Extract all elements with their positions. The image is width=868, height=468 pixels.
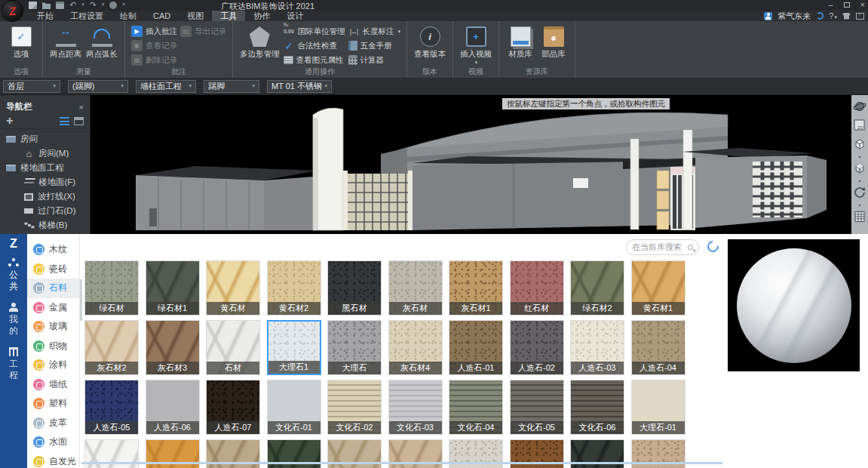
- tab-start[interactable]: 开始: [29, 11, 62, 21]
- delete-record-button[interactable]: 删除记录: [131, 54, 177, 66]
- category-涂料[interactable]: 涂料: [27, 356, 79, 375]
- tree-item-stairs[interactable]: 楼梯(B): [0, 218, 90, 232]
- rotate-view-caret-icon[interactable]: ▾: [858, 202, 860, 208]
- search-input[interactable]: 在当前库搜索: [626, 239, 699, 255]
- sync-icon[interactable]: [816, 12, 824, 20]
- length-dimension-button[interactable]: 长度标注▾: [348, 25, 401, 38]
- category-玻璃[interactable]: 玻璃: [27, 317, 79, 337]
- refresh-icon[interactable]: [705, 239, 721, 254]
- library-tab-project[interactable]: 工程: [5, 347, 22, 381]
- hardware-manual-button[interactable]: 五金手册: [348, 39, 401, 52]
- material-tile-黄石材2[interactable]: 黄石材2: [267, 260, 321, 316]
- grid-scrollbar-track[interactable]: [81, 462, 722, 464]
- tree-item-border-line[interactable]: 波打线(X): [0, 189, 90, 204]
- navigator-add-icon[interactable]: ✚: [6, 116, 13, 126]
- tab-tools[interactable]: 工具: [212, 11, 245, 21]
- view-element-props-button[interactable]: 查看图元属性: [284, 54, 345, 66]
- orbit-button[interactable]: [853, 100, 866, 116]
- tree-item-room[interactable]: 房间(M): [0, 146, 90, 161]
- category-scrollbar[interactable]: [80, 279, 82, 321]
- undo-caret-icon[interactable]: ▾: [81, 2, 84, 9]
- category-石料[interactable]: 石料: [27, 279, 79, 298]
- display-mode-caret-icon[interactable]: ▾: [858, 178, 860, 183]
- board-view-icon[interactable]: [74, 117, 84, 125]
- category-木纹[interactable]: 木纹: [27, 240, 79, 260]
- floor-select[interactable]: 首层▾: [3, 80, 60, 93]
- material-tile-人造石-07[interactable]: 人造石-07: [206, 380, 260, 435]
- insert-video-caret-icon[interactable]: ▾: [475, 60, 478, 66]
- material-tile-文化石-03[interactable]: 文化石-03: [388, 380, 443, 435]
- material-tile-人造石-03[interactable]: 人造石-03: [570, 320, 624, 375]
- category-自发光[interactable]: 自发光: [27, 452, 79, 468]
- calculator-button[interactable]: 计算器: [348, 54, 401, 66]
- tab-collaborate[interactable]: 协作: [245, 11, 278, 21]
- new-file-icon[interactable]: [29, 2, 37, 9]
- navigator-close-icon[interactable]: ×: [79, 103, 84, 112]
- export-record-button[interactable]: 导出记录: [180, 25, 226, 38]
- view-version-button[interactable]: 查看版本: [412, 24, 448, 60]
- legality-check-button[interactable]: 合法性检查: [284, 39, 345, 52]
- quickbar-more-icon[interactable]: ▾: [122, 2, 125, 9]
- material-tile-黑石材[interactable]: 黑石材: [327, 260, 382, 316]
- save-icon[interactable]: [56, 2, 64, 9]
- material-tile-灰石材[interactable]: 灰石材: [388, 260, 443, 316]
- tree-item-door-stone[interactable]: 过门石(D): [0, 204, 90, 218]
- material-tile-红石材[interactable]: 红石材: [510, 260, 564, 316]
- polygon-manage-button[interactable]: 多边形管理: [238, 24, 282, 60]
- tab-view[interactable]: 视图: [179, 11, 212, 21]
- view-cube-button[interactable]: ▾: [853, 137, 866, 159]
- material-tile-文化石-05[interactable]: 文化石-05: [510, 380, 564, 435]
- material-tile-人造石-01[interactable]: 人造石-01: [449, 320, 503, 375]
- intl-unit-manage-button[interactable]: 国际单位管理: [284, 25, 345, 38]
- material-tile-灰石材2[interactable]: 灰石材2: [84, 320, 139, 375]
- material-tile-文化石-06[interactable]: 文化石-06: [570, 380, 624, 435]
- insert-annotation-button[interactable]: 插入批注: [131, 25, 177, 38]
- material-tile-大理石[interactable]: 大理石: [327, 320, 382, 375]
- rotate-view-button[interactable]: ▾: [853, 186, 866, 208]
- profile-icon[interactable]: [109, 2, 117, 9]
- material-tile-绿石材1[interactable]: 绿石材1: [146, 260, 200, 316]
- library-tab-mine[interactable]: 我的: [5, 303, 22, 337]
- library-tab-public[interactable]: 公共: [5, 258, 22, 292]
- theme-skin-icon[interactable]: [842, 13, 851, 20]
- tree-section[interactable]: 房间: [0, 132, 90, 146]
- tab-design[interactable]: 设计: [278, 11, 311, 21]
- material-tile-黄石材[interactable]: 黄石材: [206, 260, 260, 316]
- undo-icon[interactable]: ↶: [69, 2, 76, 9]
- tab-project-settings[interactable]: 工程设置: [62, 11, 112, 21]
- work-select[interactable]: 墙柱面工程▾: [136, 80, 196, 93]
- part-library-button[interactable]: 部品库: [537, 24, 570, 60]
- material-tile-绿石材[interactable]: 绿石材: [84, 260, 139, 316]
- two-point-arc-button[interactable]: 两点弧长: [84, 24, 120, 60]
- material-select[interactable]: MT 01 不锈钢▾: [267, 80, 332, 93]
- app-logo[interactable]: Z: [2, 1, 23, 21]
- restore-button[interactable]: [844, 2, 850, 8]
- redo-caret-icon[interactable]: ▾: [102, 2, 105, 9]
- view-2d-button[interactable]: 2D: [853, 119, 866, 135]
- tab-draw[interactable]: 绘制: [112, 11, 145, 21]
- close-button[interactable]: ×: [860, 1, 865, 9]
- category-墙纸[interactable]: 墙纸: [27, 375, 79, 395]
- two-point-distance-button[interactable]: 两点距离: [48, 24, 84, 60]
- user-avatar[interactable]: [764, 12, 772, 20]
- material-tile-大理石1[interactable]: 大理石1: [267, 320, 321, 375]
- material-tile-石材[interactable]: 石材: [206, 320, 260, 375]
- material-tile-文化石-02[interactable]: 文化石-02: [327, 380, 382, 435]
- material-tile-大理石-01[interactable]: 大理石-01: [631, 380, 686, 435]
- view-cube-caret-icon[interactable]: ▾: [858, 154, 860, 159]
- material-tile-人造石-02[interactable]: 人造石-02: [510, 320, 564, 375]
- minimize-button[interactable]: –: [828, 1, 833, 9]
- length-dimension-caret-icon[interactable]: ▾: [398, 29, 401, 35]
- component-schedule-button[interactable]: [853, 210, 866, 226]
- viewport-3d[interactable]: 按鼠标左键指定第一个角点，或拾取构件图元: [90, 95, 868, 234]
- category-水面[interactable]: 水面: [27, 433, 79, 452]
- tree-section[interactable]: 楼地面工程: [0, 161, 90, 175]
- material-tile-灰石材1[interactable]: 灰石材1: [449, 260, 503, 316]
- material-tile-绿石材2[interactable]: 绿石材2: [570, 260, 624, 316]
- material-tile-灰石材3[interactable]: 灰石材3: [146, 320, 200, 375]
- popout-icon[interactable]: [856, 13, 864, 20]
- material-tile-黄石材1[interactable]: 黄石材1: [631, 260, 686, 316]
- material-tile-人造石-05[interactable]: 人造石-05: [84, 380, 139, 435]
- display-mode-button[interactable]: ▾: [853, 162, 866, 183]
- material-tile-人造石-04[interactable]: 人造石-04: [631, 320, 686, 375]
